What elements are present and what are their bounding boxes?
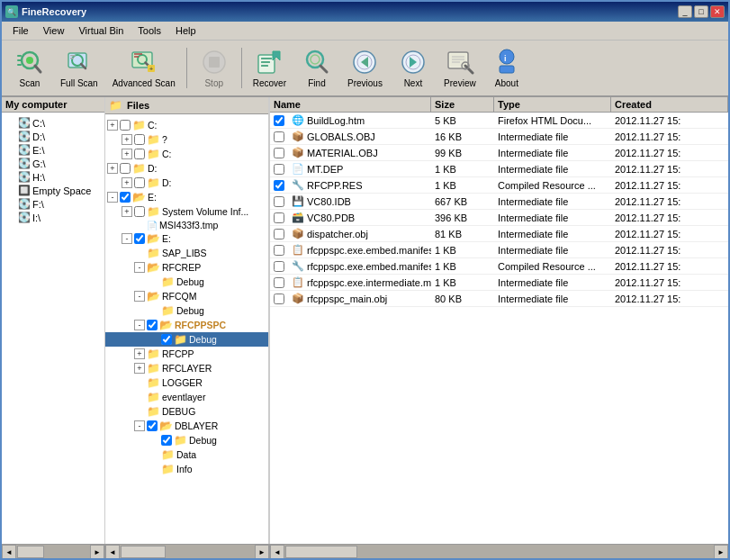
file-row[interactable]: 📦 rfcppspc_main.obj 80 KB Intermediate f…	[270, 291, 728, 307]
file-check-6[interactable]	[274, 212, 284, 223]
left-scroll-thumb[interactable]	[17, 546, 44, 558]
check-d-sub[interactable]	[134, 177, 145, 188]
file-tree[interactable]: + 📁 C: + 📁 ? + 📁 C:	[105, 114, 268, 544]
file-row[interactable]: 🔧 rfcppspc.exe.embed.manifest.res 1 KB C…	[270, 258, 728, 275]
stop-button[interactable]: Stop	[192, 44, 237, 92]
tree-sysvolume[interactable]: + 📁 System Volume Inf...	[105, 204, 268, 219]
drive-e[interactable]: 💽 E:\	[2, 143, 104, 157]
file-row[interactable]: 🌐 BuildLog.htm 5 KB Firefox HTML Docu...…	[270, 113, 728, 129]
tree-saplibs[interactable]: 📁 SAP_LIBS	[105, 246, 268, 260]
tree-rfcpp[interactable]: + 📁 RFCPP	[105, 347, 268, 361]
file-check-10[interactable]	[274, 277, 284, 288]
file-row[interactable]: 📄 MT.DEP 1 KB Intermediate file 2012.11.…	[270, 161, 728, 177]
file-check-3[interactable]	[274, 164, 284, 175]
menu-help[interactable]: Help	[168, 23, 203, 38]
expander-e[interactable]: -	[107, 192, 118, 203]
tree-rfcqm-debug[interactable]: 📁 Debug	[105, 303, 268, 318]
expander-dblayer[interactable]: -	[134, 420, 145, 431]
tree-data[interactable]: 📁 Data	[105, 447, 268, 462]
preview-button[interactable]: Preview	[437, 44, 482, 92]
expander-c-sub[interactable]: +	[122, 149, 132, 159]
expander-e-sub[interactable]: -	[122, 233, 132, 244]
menu-virtual-bin[interactable]: Virtual Bin	[71, 23, 131, 38]
expander-c[interactable]: +	[107, 120, 118, 131]
minimize-button[interactable]: _	[678, 5, 692, 18]
file-row[interactable]: 📦 MATERIAL.OBJ 99 KB Intermediate file 2…	[270, 145, 728, 161]
check-rfcppspc-debug[interactable]	[161, 334, 172, 345]
check-e[interactable]	[120, 192, 131, 203]
full-scan-button[interactable]: Full Scan	[54, 44, 104, 92]
tree-msi[interactable]: 📄 MSI433f3.tmp	[105, 219, 268, 231]
next-button[interactable]: Next	[391, 44, 436, 92]
tree-logger[interactable]: 📁 LOGGER	[105, 375, 268, 390]
drive-i[interactable]: 💽 I:\	[2, 211, 104, 224]
expander-rfcrep[interactable]: -	[134, 262, 145, 273]
scan-button[interactable]: Scan	[7, 44, 52, 92]
empty-space[interactable]: 🔲 Empty Space	[2, 184, 104, 197]
mid-scroll-thumb[interactable]	[121, 546, 166, 558]
file-check-4[interactable]	[274, 180, 284, 191]
check-e-sub[interactable]	[134, 233, 145, 244]
file-check-2[interactable]	[274, 148, 284, 158]
tree-d-sub[interactable]: + 📁 D:	[105, 176, 268, 190]
find-button[interactable]: Find	[294, 44, 339, 92]
right-scroll-thumb[interactable]	[285, 546, 357, 558]
file-check-9[interactable]	[274, 261, 284, 272]
check-c[interactable]	[120, 120, 131, 131]
check-sysvolume[interactable]	[134, 206, 145, 217]
tree-rfcqm[interactable]: - 📂 RFCQM	[105, 289, 268, 303]
tree-d[interactable]: + 📁 D:	[105, 161, 268, 176]
right-scroll-left[interactable]: ◄	[270, 545, 284, 559]
menu-file[interactable]: File	[5, 23, 36, 38]
expander-sysvolume[interactable]: +	[122, 206, 132, 217]
drive-d[interactable]: 💽 D:\	[2, 130, 104, 143]
tree-c-sub[interactable]: + 📁 C:	[105, 147, 268, 161]
file-row[interactable]: 📦 GLOBALS.OBJ 16 KB Intermediate file 20…	[270, 129, 728, 145]
tree-info[interactable]: 📁 Info	[105, 462, 268, 476]
previous-button[interactable]: Previous	[341, 44, 389, 92]
check-rfcppspc[interactable]	[147, 320, 158, 330]
tree-debug-upper[interactable]: 📁 DEBUG	[105, 404, 268, 419]
mid-scroll-left[interactable]: ◄	[105, 545, 120, 559]
tree-rfcppspc-debug[interactable]: 📁 Debug	[105, 332, 268, 347]
file-check-8[interactable]	[274, 245, 284, 256]
expander-rfcppspc[interactable]: -	[134, 320, 145, 330]
expander-d[interactable]: +	[107, 163, 118, 174]
drive-tree[interactable]: 💽 C:\ 💽 D:\ 💽 E:\	[2, 113, 104, 544]
tree-rfclayer[interactable]: + 📁 RFCLAYER	[105, 361, 268, 375]
drive-h[interactable]: 💽 H:\	[2, 170, 104, 184]
check-question[interactable]	[134, 134, 145, 145]
tree-dblayer-debug[interactable]: 📁 Debug	[105, 433, 268, 447]
drive-c[interactable]: 💽 C:\	[2, 116, 104, 130]
file-check-5[interactable]	[274, 196, 284, 207]
file-check-7[interactable]	[274, 229, 284, 239]
file-row[interactable]: 📦 dispatcher.obj 81 KB Intermediate file…	[270, 226, 728, 242]
expander-rfcpp[interactable]: +	[134, 348, 145, 359]
right-scroll-right[interactable]: ►	[714, 545, 728, 559]
check-dblayer-debug[interactable]	[161, 435, 172, 446]
check-dblayer[interactable]	[147, 420, 158, 431]
file-row[interactable]: 💾 VC80.IDB 667 KB Intermediate file 2012…	[270, 194, 728, 210]
tree-e[interactable]: - 📂 E:	[105, 190, 268, 204]
tree-c[interactable]: + 📁 C:	[105, 118, 268, 132]
file-list[interactable]: 🌐 BuildLog.htm 5 KB Firefox HTML Docu...…	[270, 113, 728, 544]
col-header-name[interactable]: Name	[270, 97, 431, 112]
expander-rfcqm[interactable]: -	[134, 291, 145, 302]
expander-rfclayer[interactable]: +	[134, 363, 145, 374]
menu-view[interactable]: View	[36, 23, 72, 38]
file-check-11[interactable]	[274, 294, 284, 304]
recover-button[interactable]: Recover	[247, 44, 293, 92]
about-button[interactable]: i About	[484, 44, 529, 92]
file-row[interactable]: 📋 rfcppspc.exe.embed.manifest 1 KB Inter…	[270, 242, 728, 258]
tree-question[interactable]: + 📁 ?	[105, 132, 268, 147]
tree-rfcppspc[interactable]: - 📂 RFCPPSPC	[105, 318, 268, 332]
expander-question[interactable]: +	[122, 134, 132, 145]
check-d[interactable]	[120, 163, 131, 174]
tree-eventlayer[interactable]: 📁 eventlayer	[105, 390, 268, 404]
check-c-sub[interactable]	[134, 149, 145, 159]
maximize-button[interactable]: □	[694, 5, 708, 18]
drive-f[interactable]: 💽 F:\	[2, 197, 104, 211]
advanced-scan-button[interactable]: + Advanced Scan	[106, 44, 182, 92]
left-scroll-left[interactable]: ◄	[2, 545, 16, 559]
menu-tools[interactable]: Tools	[131, 23, 168, 38]
